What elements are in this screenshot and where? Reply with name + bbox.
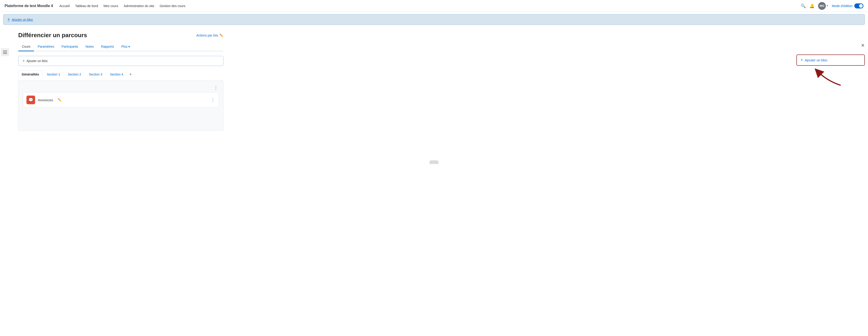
nav-link-mes-cours[interactable]: Mes cours bbox=[103, 4, 118, 8]
user-menu[interactable]: MG ▾ bbox=[818, 2, 828, 10]
edit-mode-toggle[interactable] bbox=[854, 3, 863, 8]
title-row: Différencier un parcours Actions par lot… bbox=[18, 32, 223, 39]
annonces-icon: 💬 bbox=[26, 95, 35, 104]
course-tabs: Cours Paramètres Participants Notes Rapp… bbox=[18, 43, 223, 51]
main-layout: ✕ + Ajouter un bloc Différencier un parc… bbox=[0, 27, 868, 164]
edit-icon: ✏️ bbox=[219, 33, 223, 37]
top-add-block-banner[interactable]: + Ajouter un bloc bbox=[3, 14, 865, 25]
close-button[interactable]: ✕ bbox=[861, 43, 865, 48]
mid-add-block-label: Ajouter un bloc bbox=[26, 59, 48, 63]
nav-right-area: 🔍 🔔 MG ▾ Mode d'édition bbox=[801, 2, 863, 10]
tab-notes[interactable]: Notes bbox=[82, 43, 98, 51]
tab-rapports[interactable]: Rapports bbox=[97, 43, 118, 51]
annonces-label: Annonces bbox=[38, 98, 53, 102]
nav-link-tableau[interactable]: Tableau de bord bbox=[75, 4, 98, 8]
nav-links: Accueil Tableau de bord Mes cours Admini… bbox=[60, 4, 795, 8]
sidebar-toggle-button[interactable] bbox=[1, 48, 9, 56]
search-icon[interactable]: 🔍 bbox=[801, 3, 806, 8]
annonces-emoji: 💬 bbox=[28, 97, 33, 103]
section-tab-4[interactable]: Section 4 bbox=[106, 71, 126, 78]
section-tab-2[interactable]: Section 2 bbox=[64, 71, 85, 78]
nav-link-accueil[interactable]: Accueil bbox=[60, 4, 70, 8]
sidebar-add-block-panel[interactable]: + Ajouter un bloc bbox=[797, 55, 865, 66]
section-tab-1[interactable]: Section 1 bbox=[43, 71, 63, 78]
section-tab-generalites[interactable]: Généralités bbox=[18, 71, 42, 78]
section-kebab-menu[interactable]: ⋮ bbox=[21, 83, 221, 92]
hamburger-line-2 bbox=[3, 52, 7, 53]
mid-add-block-button[interactable]: + Ajouter un bloc bbox=[18, 56, 223, 66]
notification-icon[interactable]: 🔔 bbox=[809, 3, 814, 8]
sidebar-add-block-label: Ajouter un bloc bbox=[805, 58, 828, 62]
sidebar-plus-icon: + bbox=[801, 58, 803, 62]
page-title: Différencier un parcours bbox=[18, 32, 87, 39]
annonces-left: 💬 Annonces ✏️ bbox=[26, 95, 62, 104]
arrow-annotation bbox=[813, 67, 843, 88]
nav-link-gestion[interactable]: Gestion des cours bbox=[160, 4, 185, 8]
annonces-edit-icon[interactable]: ✏️ bbox=[58, 98, 62, 102]
section-tabs-row: Généralités Section 1 Section 2 Section … bbox=[18, 71, 223, 78]
tab-parametres[interactable]: Paramètres bbox=[34, 43, 58, 51]
add-section-button[interactable]: + bbox=[128, 71, 134, 78]
actions-par-lots-button[interactable]: Actions par lots ✏️ bbox=[196, 33, 223, 37]
tab-plus[interactable]: Plus ▾ bbox=[118, 43, 133, 51]
hamburger-line-1 bbox=[3, 51, 7, 51]
brand-title: Plateforme de test Moodle 4 bbox=[5, 4, 53, 8]
plus-icon: + bbox=[7, 17, 10, 22]
section-content-area: ⋮ 💬 Annonces ✏️ ⋮ bbox=[18, 81, 223, 131]
chevron-down-icon: ▾ bbox=[827, 4, 828, 7]
mid-plus-icon: + bbox=[23, 59, 25, 63]
main-content-area: Différencier un parcours Actions par lot… bbox=[11, 27, 793, 135]
top-add-block-label: Ajouter un bloc bbox=[12, 18, 33, 22]
nav-link-administration[interactable]: Administration du site bbox=[124, 4, 154, 8]
tab-participants[interactable]: Participants bbox=[58, 43, 82, 51]
section-tab-3[interactable]: Section 3 bbox=[86, 71, 105, 78]
hamburger-line-3 bbox=[3, 53, 7, 54]
top-navigation: Plateforme de test Moodle 4 Accueil Tabl… bbox=[0, 0, 868, 12]
page-content: Différencier un parcours Actions par lot… bbox=[11, 27, 230, 135]
annonces-item: 💬 Annonces ✏️ ⋮ bbox=[23, 92, 219, 108]
tab-cours[interactable]: Cours bbox=[18, 43, 34, 51]
annonces-kebab-menu[interactable]: ⋮ bbox=[211, 97, 215, 103]
edit-mode-button[interactable]: Mode d'édition bbox=[832, 3, 863, 8]
actions-label: Actions par lots bbox=[196, 33, 218, 37]
avatar[interactable]: MG bbox=[818, 2, 826, 10]
scroll-indicator bbox=[429, 160, 439, 164]
